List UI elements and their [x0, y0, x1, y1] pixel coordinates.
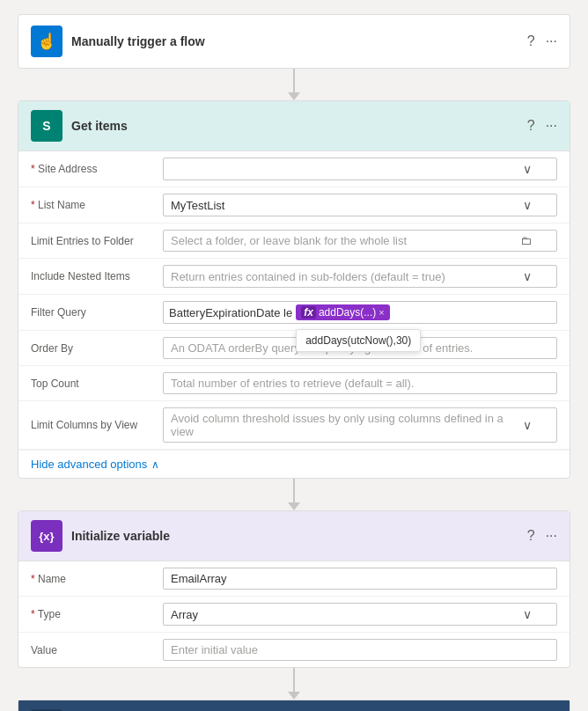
var-value-label: Value	[31, 644, 163, 656]
include-nested-row: Include Nested Items Return entries cont…	[18, 259, 570, 295]
limit-folder-label: Limit Entries to Folder	[31, 235, 163, 247]
trigger-card: ☝ Manually trigger a flow ? ···	[18, 14, 570, 69]
init-var-help-button[interactable]: ?	[527, 528, 535, 544]
init-var-header-left: {x} Initialize variable	[31, 520, 170, 552]
trigger-title: Manually trigger a flow	[71, 34, 205, 48]
connector-1	[288, 69, 300, 100]
get-items-help-button[interactable]: ?	[527, 118, 535, 134]
var-type-row: Type Array ∨	[18, 597, 570, 633]
connector-line-2	[293, 479, 295, 502]
get-items-icon: S	[31, 110, 62, 142]
connector-3	[288, 668, 300, 700]
trigger-actions: ? ···	[527, 33, 557, 49]
include-nested-placeholder: Return entries contained in sub-folders …	[171, 270, 445, 283]
include-nested-value: Return entries contained in sub-folders …	[163, 265, 557, 288]
site-address-select[interactable]: ∨	[163, 158, 557, 180]
advanced-toggle[interactable]: Hide advanced options ∧	[18, 450, 570, 478]
limit-columns-label: Limit Columns by View	[31, 419, 163, 431]
site-address-chevron: ∨	[523, 162, 532, 176]
top-count-value	[163, 372, 557, 394]
list-name-value: MyTestList ∨	[163, 194, 557, 216]
var-value-input[interactable]	[163, 639, 557, 661]
limit-columns-select[interactable]: Avoid column threshold issues by only us…	[163, 407, 557, 443]
get-items-header: S Get items ? ···	[18, 101, 570, 151]
order-by-row: Order By	[18, 331, 570, 366]
order-by-label: Order By	[31, 342, 163, 355]
var-value-value	[163, 639, 557, 661]
get-items-body: Site Address ∨ List Name MyTestList ∨	[18, 151, 570, 478]
init-var-more-button[interactable]: ···	[546, 528, 557, 544]
apply-each-card: ⟳ Apply to each ···	[18, 700, 570, 711]
get-items-title: Get items	[71, 119, 128, 133]
var-type-chevron: ∨	[523, 607, 532, 621]
var-type-value: Array ∨	[163, 603, 557, 626]
site-address-label: Site Address	[31, 163, 163, 175]
connector-line-3	[293, 668, 295, 692]
limit-folder-value: Select a folder, or leave blank for the …	[163, 230, 557, 252]
limit-columns-placeholder: Avoid column threshold issues by only us…	[171, 412, 523, 438]
limit-folder-placeholder: Select a folder, or leave blank for the …	[171, 234, 407, 247]
list-name-chevron: ∨	[523, 198, 532, 212]
init-var-title: Initialize variable	[71, 529, 170, 543]
list-name-select[interactable]: MyTestList ∨	[163, 194, 557, 216]
init-var-actions: ? ···	[527, 528, 557, 544]
var-value-row: Value	[18, 633, 570, 667]
trigger-more-button[interactable]: ···	[546, 33, 557, 49]
limit-columns-value: Avoid column threshold issues by only us…	[163, 407, 557, 443]
trigger-icon: ☝	[31, 26, 62, 57]
get-items-more-button[interactable]: ···	[546, 118, 557, 134]
filter-text-part: BatteryExpirationDate le	[169, 306, 292, 319]
limit-folder-row: Limit Entries to Folder Select a folder,…	[18, 224, 570, 259]
init-var-icon: {x}	[31, 520, 62, 552]
get-items-header-left: S Get items	[31, 110, 128, 142]
init-var-header: {x} Initialize variable ? ···	[18, 511, 570, 561]
init-var-body: Name Type Array ∨ Value	[18, 561, 570, 667]
trigger-header-left: ☝ Manually trigger a flow	[31, 26, 205, 57]
advanced-toggle-label: Hide advanced options	[31, 458, 147, 471]
var-type-text: Array	[171, 608, 198, 621]
site-address-row: Site Address ∨	[18, 151, 570, 187]
trigger-help-button[interactable]: ?	[527, 33, 535, 49]
connector-2	[288, 479, 300, 510]
site-address-value: ∨	[163, 158, 557, 180]
include-nested-select[interactable]: Return entries contained in sub-folders …	[163, 265, 557, 288]
var-name-row: Name	[18, 561, 570, 597]
var-type-label: Type	[31, 608, 163, 620]
list-name-row: List Name MyTestList ∨	[18, 187, 570, 224]
filter-query-value-container: BatteryExpirationDate le fx addDays(...)…	[163, 301, 557, 324]
filter-query-input[interactable]: BatteryExpirationDate le fx addDays(...)…	[163, 301, 557, 324]
top-count-row: Top Count	[18, 366, 570, 401]
init-var-card: {x} Initialize variable ? ··· Name Type	[18, 510, 570, 668]
limit-columns-chevron: ∨	[523, 418, 532, 432]
flow-canvas: ☝ Manually trigger a flow ? ··· S Get it…	[0, 0, 588, 711]
var-name-label: Name	[31, 573, 163, 585]
limit-folder-select[interactable]: Select a folder, or leave blank for the …	[163, 230, 557, 252]
limit-columns-row: Limit Columns by View Avoid column thres…	[18, 401, 570, 450]
top-count-input[interactable]	[163, 372, 557, 394]
filter-token[interactable]: fx addDays(...) × addDays(utcNow(),30)	[296, 304, 389, 320]
connector-arrowhead-2	[288, 502, 300, 510]
var-name-input[interactable]	[163, 568, 557, 590]
filter-token-label: addDays(...)	[319, 306, 376, 319]
get-items-card: S Get items ? ··· Site Address ∨	[18, 100, 570, 479]
filter-tooltip: addDays(utcNow(),30)	[296, 329, 421, 352]
apply-each-header: ⟳ Apply to each ···	[18, 700, 570, 711]
trigger-header: ☝ Manually trigger a flow ? ···	[18, 15, 570, 68]
include-nested-label: Include Nested Items	[31, 270, 163, 282]
list-name-text: MyTestList	[171, 199, 224, 212]
filter-query-label: Filter Query	[31, 306, 163, 319]
connector-arrowhead-1	[288, 92, 300, 100]
chevron-up-icon: ∧	[151, 458, 159, 471]
list-name-label: List Name	[31, 199, 163, 211]
connector-line-1	[293, 69, 295, 92]
folder-icon: 🗀	[520, 234, 532, 247]
get-items-actions: ? ···	[527, 118, 557, 134]
var-type-select[interactable]: Array ∨	[163, 603, 557, 626]
include-nested-chevron: ∨	[523, 269, 532, 283]
var-name-value	[163, 568, 557, 590]
filter-token-close[interactable]: ×	[379, 307, 384, 318]
fx-icon: fx	[301, 306, 316, 319]
top-count-label: Top Count	[31, 377, 163, 390]
filter-query-row: Filter Query BatteryExpirationDate le fx…	[18, 295, 570, 331]
connector-arrowhead-3	[288, 692, 300, 700]
